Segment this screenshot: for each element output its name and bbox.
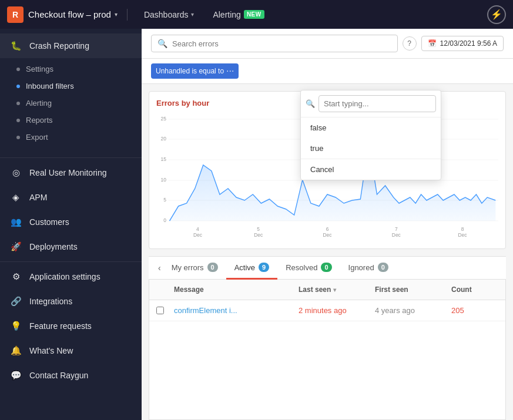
- new-badge: NEW: [244, 10, 264, 19]
- tab-my-errors[interactable]: My errors 0: [163, 257, 226, 280]
- nav-divider: [127, 9, 128, 21]
- sidebar-divider-2: [0, 261, 142, 262]
- svg-text:4: 4: [196, 226, 199, 232]
- filter-more-icon: ···: [226, 66, 234, 76]
- search-icon: 🔍: [157, 39, 167, 48]
- dropdown-item-true[interactable]: true: [301, 138, 441, 159]
- table-header: Message Last seen ▾ First seen Count: [149, 280, 505, 300]
- app-title[interactable]: Checkout flow – prod ▾: [28, 9, 118, 19]
- search-wrapper: 🔍: [151, 35, 398, 52]
- crash-sub-items: Settings Inbound filters Alerting Report…: [0, 58, 142, 150]
- svg-text:0: 0: [163, 217, 166, 223]
- sidebar-item-integrations[interactable]: 🔗 Integrations: [0, 289, 142, 314]
- sidebar-item-crash-reporting[interactable]: 🐛 Crash Reporting: [0, 33, 142, 58]
- header-last-seen[interactable]: Last seen ▾: [299, 285, 375, 294]
- sidebar-item-whats-new[interactable]: 🔔 What's New: [0, 338, 142, 363]
- filter-chip[interactable]: Unhandled is equal to ···: [151, 63, 239, 79]
- svg-text:Dec: Dec: [323, 232, 332, 238]
- row-checkbox-cell[interactable]: [156, 307, 174, 314]
- svg-text:Dec: Dec: [193, 232, 203, 238]
- table-area: Message Last seen ▾ First seen Count con…: [149, 280, 506, 420]
- inbound-filters-dot: [16, 85, 20, 88]
- svg-text:Dec: Dec: [392, 232, 401, 238]
- sidebar-item-reports[interactable]: Reports: [0, 112, 142, 129]
- main-content: 🔍 ? 📅 12/03/2021 9:56 A Unhandled is equ…: [142, 29, 513, 420]
- sidebar-item-settings[interactable]: Settings: [0, 61, 142, 78]
- crash-reporting-icon: 🐛: [9, 39, 22, 52]
- svg-text:20: 20: [161, 136, 167, 142]
- settings-dot: [16, 68, 20, 71]
- contact-icon: 💬: [9, 369, 22, 382]
- filter-bar: Unhandled is equal to ···: [142, 59, 513, 84]
- row-last-seen: 2 minutes ago: [299, 306, 375, 315]
- layout: 🐛 Crash Reporting Settings Inbound filte…: [0, 29, 513, 420]
- title-chevron-icon: ▾: [115, 11, 118, 18]
- app-icon: R: [7, 6, 24, 23]
- calendar-icon: 📅: [428, 39, 437, 48]
- lightning-btn[interactable]: ⚡: [487, 5, 506, 24]
- sidebar-item-customers[interactable]: 👥 Customers: [0, 210, 142, 234]
- sidebar-item-inbound-filters[interactable]: Inbound filters: [0, 78, 142, 95]
- customers-icon: 👥: [9, 216, 22, 229]
- dashboards-chevron-icon: ▾: [191, 11, 194, 18]
- sidebar-divider-1: [0, 157, 142, 158]
- tab-prev-button[interactable]: ‹: [156, 258, 163, 277]
- integrations-icon: 🔗: [9, 295, 22, 308]
- dropdown-cancel[interactable]: Cancel: [301, 159, 441, 180]
- svg-text:5: 5: [257, 226, 260, 232]
- sidebar-item-deployments[interactable]: 🚀 Deployments: [0, 234, 142, 259]
- tab-resolved[interactable]: Resolved 0: [277, 257, 340, 280]
- svg-text:8: 8: [461, 226, 464, 232]
- table-row: confirmElement i... 2 minutes ago 4 year…: [149, 300, 505, 321]
- alerting-dot: [16, 102, 20, 105]
- sidebar-crash-section: 🐛 Crash Reporting Settings Inbound filte…: [0, 29, 142, 155]
- dropdown-overlay: 🔍 false true Cancel: [300, 90, 441, 180]
- sidebar-item-apm[interactable]: ◈ APM: [0, 185, 142, 210]
- header-first-seen: First seen: [375, 285, 451, 294]
- sidebar-crash-label: Crash Reporting: [29, 41, 89, 51]
- svg-text:25: 25: [161, 116, 167, 122]
- row-count: 205: [451, 306, 498, 315]
- dropdown-search-input[interactable]: [318, 95, 436, 112]
- export-dot: [16, 136, 20, 139]
- sidebar-item-contact[interactable]: 💬 Contact Raygun: [0, 363, 142, 388]
- my-errors-badge: 0: [207, 263, 218, 272]
- prev-icon: ‹: [158, 263, 161, 273]
- apm-icon: ◈: [9, 191, 22, 204]
- nav-alerting[interactable]: Alerting NEW: [206, 6, 271, 23]
- feature-requests-icon: 💡: [9, 320, 22, 332]
- date-picker[interactable]: 📅 12/03/2021 9:56 A: [421, 36, 504, 51]
- deployments-icon: 🚀: [9, 240, 22, 253]
- row-message[interactable]: confirmElement i...: [174, 306, 299, 315]
- nav-dashboards[interactable]: Dashboards ▾: [137, 6, 202, 23]
- row-checkbox[interactable]: [156, 307, 164, 314]
- lightning-icon: ⚡: [491, 9, 502, 20]
- tabs-bar: ‹ My errors 0 Active 9 Resolved 0 Ignore…: [149, 256, 506, 280]
- header-message: Message: [174, 285, 299, 294]
- top-nav: R Checkout flow – prod ▾ Dashboards ▾ Al…: [0, 0, 513, 29]
- reports-dot: [16, 119, 20, 122]
- tab-ignored[interactable]: Ignored 0: [340, 257, 397, 280]
- help-button[interactable]: ?: [403, 36, 417, 51]
- sidebar-item-export[interactable]: Export: [0, 129, 142, 146]
- sidebar-item-rum[interactable]: ◎ Real User Monitoring: [0, 160, 142, 185]
- header-select: [156, 285, 174, 294]
- row-first-seen: 4 years ago: [375, 306, 451, 315]
- dropdown-search-wrapper: 🔍: [301, 90, 441, 117]
- sidebar-item-feature-requests[interactable]: 💡 Feature requests: [0, 314, 142, 338]
- app-settings-icon: ⚙: [9, 270, 22, 283]
- svg-text:Dec: Dec: [458, 232, 467, 238]
- active-badge: 9: [259, 263, 269, 272]
- dropdown-item-false[interactable]: false: [301, 117, 441, 138]
- search-input[interactable]: [172, 39, 391, 48]
- svg-text:6: 6: [326, 226, 329, 232]
- sidebar-item-alerting[interactable]: Alerting: [0, 95, 142, 112]
- svg-text:10: 10: [161, 177, 167, 183]
- sidebar-item-app-settings[interactable]: ⚙ Application settings: [0, 264, 142, 289]
- ignored-badge: 0: [378, 263, 388, 272]
- whats-new-icon: 🔔: [9, 344, 22, 357]
- svg-text:7: 7: [395, 226, 398, 232]
- sort-icon: ▾: [333, 287, 336, 293]
- tab-active[interactable]: Active 9: [226, 257, 278, 280]
- svg-text:5: 5: [163, 197, 166, 203]
